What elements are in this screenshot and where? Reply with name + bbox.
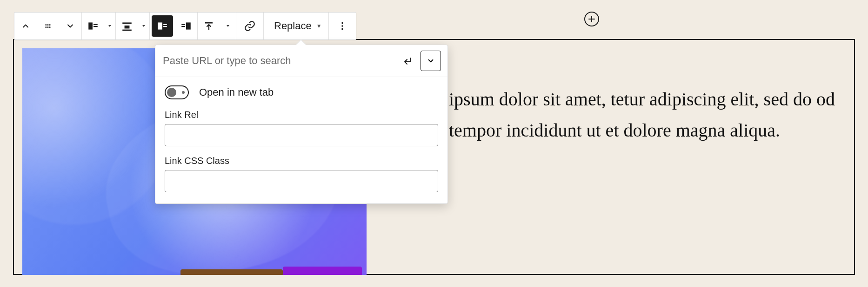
- vertical-align-button[interactable]: [198, 13, 220, 39]
- media-text-icon: [87, 20, 99, 32]
- plus-icon: [588, 15, 596, 23]
- drag-handle[interactable]: [37, 13, 59, 39]
- svg-rect-18: [205, 22, 213, 24]
- open-new-tab-label: Open in new tab: [199, 86, 274, 98]
- replace-button[interactable]: Replace ▼: [264, 13, 328, 39]
- link-rel-input[interactable]: [165, 124, 438, 146]
- svg-rect-11: [122, 30, 132, 31]
- caret-down-icon: ▼: [316, 23, 322, 29]
- link-rel-label: Link Rel: [165, 110, 438, 120]
- link-button[interactable]: [236, 13, 263, 39]
- svg-rect-15: [181, 24, 185, 25]
- svg-point-4: [47, 26, 49, 28]
- return-icon: [403, 55, 414, 66]
- kebab-icon: [337, 21, 347, 31]
- svg-point-3: [45, 26, 47, 28]
- svg-point-1: [47, 24, 49, 26]
- svg-rect-17: [186, 22, 191, 29]
- svg-rect-10: [125, 26, 130, 28]
- svg-rect-14: [163, 26, 167, 27]
- chevron-down-icon: [427, 57, 435, 65]
- svg-point-2: [49, 24, 51, 26]
- svg-rect-8: [93, 26, 98, 27]
- caret-down-icon: [226, 24, 230, 28]
- svg-point-0: [45, 24, 47, 26]
- svg-rect-6: [88, 22, 93, 29]
- move-down-button[interactable]: [59, 13, 81, 39]
- paragraph-text[interactable]: ipsum dolor sit amet, tetur adipiscing e…: [449, 84, 848, 146]
- svg-rect-9: [122, 22, 132, 24]
- chevron-up-icon: [21, 21, 30, 31]
- move-up-button[interactable]: [14, 13, 37, 39]
- valign-top-icon: [203, 20, 214, 32]
- block-toolbar: Replace ▼: [14, 12, 356, 40]
- media-left-icon: [156, 20, 168, 32]
- submit-link-button[interactable]: [402, 55, 415, 66]
- block-type-button[interactable]: [82, 13, 104, 39]
- svg-rect-7: [93, 24, 98, 25]
- svg-point-21: [341, 28, 343, 30]
- drag-icon: [43, 21, 53, 31]
- toggle-knob: [167, 88, 176, 97]
- replace-label: Replace: [274, 20, 312, 32]
- link-settings-toggle[interactable]: [421, 51, 441, 71]
- toggle-dot: [182, 91, 185, 94]
- media-right-button[interactable]: [175, 13, 197, 39]
- decorative-bar: [283, 267, 362, 275]
- link-icon: [244, 20, 256, 32]
- link-css-input[interactable]: [165, 170, 438, 192]
- chevron-down-icon: [66, 21, 75, 31]
- more-options-button[interactable]: [329, 13, 356, 39]
- align-icon: [121, 20, 133, 32]
- url-input[interactable]: [163, 55, 396, 67]
- svg-rect-16: [181, 26, 185, 27]
- align-dropdown[interactable]: [138, 24, 149, 28]
- svg-point-20: [341, 25, 343, 27]
- svg-point-5: [49, 26, 51, 28]
- open-new-tab-toggle[interactable]: [165, 85, 189, 99]
- media-right-icon: [180, 20, 192, 32]
- add-block-button[interactable]: [584, 12, 599, 26]
- caret-down-icon: [141, 24, 146, 28]
- svg-rect-12: [158, 22, 162, 29]
- svg-rect-13: [163, 24, 167, 25]
- svg-point-19: [341, 22, 343, 24]
- block-type-dropdown[interactable]: [104, 24, 115, 28]
- vertical-align-dropdown[interactable]: [220, 24, 236, 28]
- link-popover: Open in new tab Link Rel Link CSS Class: [155, 45, 448, 204]
- caret-down-icon: [107, 24, 112, 28]
- align-button[interactable]: [116, 13, 138, 39]
- media-left-button[interactable]: [152, 15, 173, 37]
- decorative-bar: [180, 269, 283, 275]
- link-css-label: Link CSS Class: [165, 156, 438, 166]
